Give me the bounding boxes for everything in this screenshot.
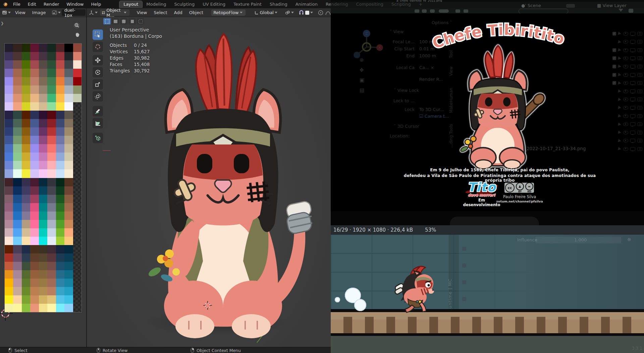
palette-swatch xyxy=(56,102,64,111)
tab-texture-paint[interactable]: Texture Paint xyxy=(229,1,266,7)
outliner-visibility-icon xyxy=(623,147,628,151)
outliner-viewport-icon xyxy=(630,73,635,77)
statusbar-rotate-label: Rotate View xyxy=(103,348,128,353)
image-name-field[interactable]: duel-1px xyxy=(62,9,86,16)
palette-swatch xyxy=(47,94,56,102)
palette-swatch xyxy=(39,295,47,304)
proportional-editing-icon[interactable] xyxy=(318,10,323,15)
viewer-zoom-level: 53% xyxy=(425,227,436,233)
outliner-render-icon xyxy=(637,98,642,101)
select-mode-box-button[interactable] xyxy=(112,18,119,24)
palette-swatch xyxy=(64,52,73,60)
palette-swatch xyxy=(22,127,30,136)
cc-by-label: BY xyxy=(518,190,522,193)
palette-swatch xyxy=(64,228,73,237)
palette-swatch xyxy=(39,178,47,186)
game-image[interactable]: Mixamo | MHX2 Runtime | MC Influence 1.0… xyxy=(331,235,644,353)
face-mask xyxy=(183,144,263,180)
tab-modeling[interactable]: Modeling xyxy=(142,1,170,7)
mode-dropdown[interactable]: Object M... xyxy=(100,9,129,16)
tool-annotate[interactable] xyxy=(93,106,103,116)
tool-add-cube[interactable] xyxy=(93,133,103,143)
dim-grid-icon: ▤ xyxy=(360,87,364,93)
viewport-menu-object[interactable]: Object xyxy=(186,10,207,15)
proportional-falloff-icon[interactable] xyxy=(325,10,331,15)
palette-swatch xyxy=(39,111,47,119)
menu-edit[interactable]: Edit xyxy=(24,2,40,7)
palette-swatch xyxy=(22,195,30,203)
zoom-gizmo-icon[interactable] xyxy=(73,22,80,30)
tool-transform[interactable] xyxy=(93,91,103,102)
palette-swatch xyxy=(56,161,64,169)
menu-file[interactable]: File xyxy=(9,2,24,7)
image-editor-canvas[interactable]: ❯ xyxy=(0,17,87,347)
snap-target-dropdown[interactable] xyxy=(305,11,314,15)
tool-cursor[interactable] xyxy=(93,42,103,52)
palette-swatch xyxy=(47,178,56,186)
snap-magnet-icon[interactable] xyxy=(299,10,304,15)
tab-uv-editing[interactable]: UV Editing xyxy=(199,1,229,7)
editor-type-3dview-icon[interactable] xyxy=(89,10,99,15)
np-lock-field: LockTo 3D Cur... xyxy=(384,106,458,113)
viewport-menu-add[interactable]: Add xyxy=(171,10,186,15)
palette-swatch xyxy=(13,153,21,161)
select-mode-lasso-button[interactable] xyxy=(128,18,136,24)
viewport-canvas[interactable]: User Perspective (163) Borduna | Corpo O… xyxy=(87,17,331,347)
menu-window[interactable]: Window xyxy=(63,2,87,7)
retopoflow-button[interactable]: RetopoFlow xyxy=(211,9,245,16)
palette-swatch xyxy=(5,253,13,262)
image-editor-menu-image[interactable]: Image xyxy=(29,10,49,15)
palette-image[interactable] xyxy=(5,44,82,312)
outliner-row xyxy=(612,113,642,119)
palette-swatch xyxy=(5,186,13,195)
menu-help[interactable]: Help xyxy=(88,2,105,7)
tab-sculpting[interactable]: Sculpting xyxy=(170,1,199,7)
palette-swatch xyxy=(73,69,82,77)
palette-swatch xyxy=(22,186,30,195)
palette-swatch xyxy=(64,287,73,295)
palette-swatch xyxy=(22,161,30,169)
palette-swatch xyxy=(47,295,56,304)
tool-rotate[interactable] xyxy=(93,67,103,77)
orientation-dropdown[interactable]: Global xyxy=(252,9,280,16)
viewport-menu-select[interactable]: Select xyxy=(151,10,171,15)
browse-image-icon[interactable] xyxy=(52,10,62,15)
palette-swatch xyxy=(56,119,64,127)
palette-swatch xyxy=(22,60,30,69)
palette-swatch xyxy=(22,169,30,178)
outliner-render-icon xyxy=(637,106,642,110)
palette-swatch xyxy=(39,102,47,111)
editor-type-image-icon[interactable] xyxy=(2,10,12,15)
tool-measure[interactable] xyxy=(93,118,103,128)
sidebar-expand-icon[interactable]: ❯ xyxy=(1,21,4,25)
tab-layout[interactable]: Layout xyxy=(119,1,142,7)
menu-render[interactable]: Render xyxy=(40,2,63,7)
poster-image[interactable]: Options ˇ ˇ View Focal Le...100 mmClip S… xyxy=(331,13,644,211)
viewport-menu-view[interactable]: View xyxy=(133,10,151,15)
tab-shading[interactable]: Shading xyxy=(266,1,291,7)
select-mode-circle-button[interactable] xyxy=(120,18,127,24)
tab-animation[interactable]: Animation xyxy=(291,1,322,7)
palette-swatch xyxy=(39,136,47,144)
outliner-row: ✓ xyxy=(612,47,642,53)
blender-logo-icon[interactable] xyxy=(2,1,8,7)
palette-swatch xyxy=(64,60,73,69)
palette-swatch xyxy=(56,212,64,220)
object-mode-icon xyxy=(102,11,105,15)
palette-swatch xyxy=(13,119,21,127)
tool-scale[interactable] xyxy=(93,79,103,90)
select-mode-tweak-button[interactable] xyxy=(103,18,111,24)
palette-swatch xyxy=(47,44,56,52)
palette-swatch xyxy=(39,69,47,77)
pivot-point-dropdown[interactable] xyxy=(285,10,295,15)
tool-select-box[interactable] xyxy=(93,30,103,40)
image-editor-menu-view[interactable]: View xyxy=(12,10,29,15)
select-mode-paint-button[interactable] xyxy=(137,18,144,24)
pan-gizmo-icon[interactable] xyxy=(74,32,80,39)
outliner-visibility-icon xyxy=(623,98,628,101)
palette-swatch xyxy=(13,228,21,237)
palette-swatch xyxy=(56,77,64,85)
tool-move[interactable] xyxy=(93,55,103,65)
palette-swatch xyxy=(73,144,82,153)
palette-swatch xyxy=(64,161,73,169)
